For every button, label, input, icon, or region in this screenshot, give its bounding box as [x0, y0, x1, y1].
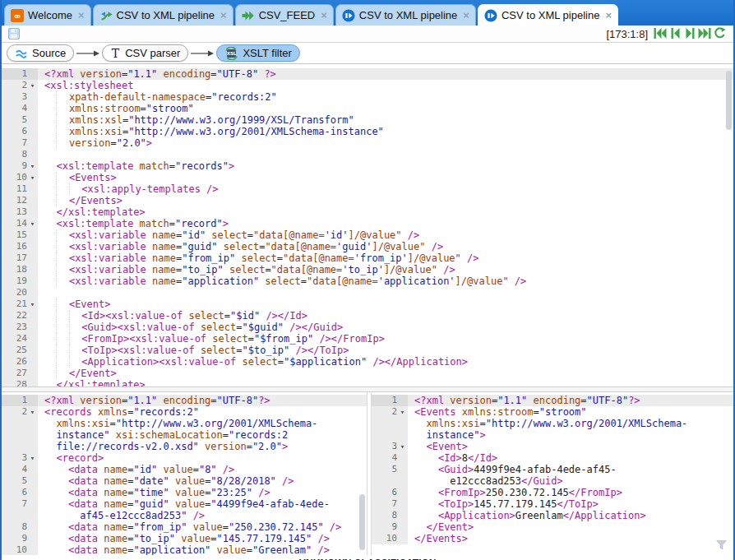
gutter-line-number[interactable]: 10▾: [2, 172, 38, 183]
xslt-code-editor[interactable]: 1<?xml version="1.1" encoding="UTF-8" ?>…: [2, 64, 733, 386]
code-text[interactable]: <FromIp>250.230.72.145</FromIp>: [408, 487, 725, 498]
code-line[interactable]: 7<data name="guid" value="4499f9e4-afab-…: [2, 498, 367, 521]
code-text[interactable]: <Event>: [38, 299, 733, 310]
code-line[interactable]: 2▾<xsl:stylesheet: [2, 80, 733, 91]
gutter-line-number[interactable]: 7: [372, 498, 408, 510]
gutter-line-number[interactable]: 5: [2, 114, 38, 126]
code-line[interactable]: 3▾<record>: [2, 452, 367, 464]
gutter-line-number[interactable]: 9▾: [2, 160, 38, 172]
gutter-line-number[interactable]: 28: [2, 379, 38, 386]
code-text[interactable]: <xsl:variable name="application" select=…: [38, 275, 733, 287]
code-line[interactable]: 9<data name="to_ip" value="145.77.179.14…: [2, 533, 367, 544]
code-line[interactable]: 10</Events>: [372, 533, 733, 544]
code-text[interactable]: </Event>: [38, 368, 733, 379]
tab-csv-feed[interactable]: CSV_FEED×: [235, 4, 334, 25]
pipeline-element-csv-parser[interactable]: TCSV parser: [102, 44, 188, 62]
fold-toggle-icon[interactable]: ▾: [27, 172, 38, 183]
step-backward-button[interactable]: [668, 26, 682, 41]
code-text[interactable]: <ToIp><xsl:value-of select="$to_ip" /></…: [38, 345, 733, 356]
tab-close-icon[interactable]: ×: [220, 10, 227, 21]
code-text[interactable]: <record>: [38, 452, 345, 464]
save-button[interactable]: [8, 27, 21, 40]
code-line[interactable]: 7<ToIp>145.77.179.145</ToIp>: [372, 498, 733, 510]
code-line[interactable]: 3 xpath-default-namespace="records:2": [2, 91, 733, 103]
code-text[interactable]: <data name="application" value="Greenlam…: [38, 544, 345, 555]
step-first-button[interactable]: [653, 26, 668, 41]
code-line[interactable]: 8<Application>Greenlam</Application>: [372, 510, 733, 521]
code-text[interactable]: [38, 149, 733, 160]
gutter-line-number[interactable]: 6: [372, 487, 408, 498]
scrollbar-thumb[interactable]: [726, 71, 732, 130]
gutter-line-number[interactable]: 7: [2, 498, 38, 521]
code-line[interactable]: 1<?xml version="1.1" encoding="UTF-8"?>: [372, 395, 733, 406]
code-text[interactable]: <data name="to_ip" value="145.77.179.145…: [38, 533, 345, 544]
gutter-line-number[interactable]: 6: [2, 487, 38, 498]
gutter-line-number[interactable]: 4: [372, 452, 408, 464]
gutter-line-number[interactable]: 22: [2, 310, 38, 322]
code-text[interactable]: <data name="id" value="8" />: [38, 464, 345, 475]
code-text[interactable]: xpath-default-namespace="records:2": [38, 91, 733, 103]
gutter-line-number[interactable]: 18: [2, 264, 38, 275]
code-line[interactable]: 22 <Id><xsl:value-of select="$id" /></Id…: [2, 310, 733, 322]
gutter-line-number[interactable]: 21▾: [2, 299, 38, 310]
input-data-pane[interactable]: 1<?xml version="1.1" encoding="UTF-8"?>2…: [2, 392, 367, 555]
code-line[interactable]: 5 xmlns:xsl="http://www.w3.org/1999/XSL/…: [2, 114, 733, 126]
code-text[interactable]: <data name="date" value="8/28/2018" />: [38, 475, 345, 487]
code-text[interactable]: <Application>Greenlam</Application>: [408, 510, 725, 521]
code-line[interactable]: 10▾ <Events>: [2, 172, 733, 183]
code-text[interactable]: <data name="time" value="23:25" />: [38, 487, 345, 498]
code-text[interactable]: <Id>8</Id>: [408, 452, 725, 464]
code-line[interactable]: 17 <xsl:variable name="from_ip" select="…: [2, 252, 733, 264]
code-line[interactable]: 15 <xsl:variable name="id" select="data[…: [2, 229, 733, 241]
code-line[interactable]: 27 </Event>: [2, 368, 733, 379]
pipeline-element-source[interactable]: Source: [7, 44, 74, 62]
gutter-line-number[interactable]: 15: [2, 229, 38, 241]
code-text[interactable]: <xsl:variable name="to_ip" select="data[…: [38, 264, 733, 275]
gutter-line-number[interactable]: 10: [372, 533, 408, 544]
fold-toggle-icon[interactable]: ▾: [27, 452, 38, 464]
code-line[interactable]: 6<FromIp>250.230.72.145</FromIp>: [372, 487, 733, 498]
code-line[interactable]: 4 xmlns:stroom="stroom": [2, 103, 733, 114]
code-line[interactable]: 5<Guid>4499f9e4-afab-4ede-af45-e12ccc8ad…: [372, 464, 733, 487]
refresh-button[interactable]: [712, 25, 727, 40]
code-line[interactable]: 8<data name="from_ip" value="250.230.72.…: [2, 521, 367, 533]
code-line[interactable]: 9▾ <xsl:template match="records">: [2, 160, 733, 172]
code-text[interactable]: <records xmlns="records:2" xmlns:xsi="ht…: [38, 406, 345, 452]
code-text[interactable]: <ToIp>145.77.179.145</ToIp>: [408, 498, 725, 510]
horizontal-splitter[interactable]: [2, 386, 733, 392]
fold-toggle-icon[interactable]: ▾: [27, 160, 38, 172]
gutter-line-number[interactable]: 10: [2, 544, 38, 555]
code-text[interactable]: <xsl:variable name="from_ip" select="dat…: [38, 252, 733, 264]
code-text[interactable]: <xsl:template match="record">: [38, 218, 733, 229]
code-line[interactable]: 7 version="2.0">: [2, 137, 733, 149]
gutter-line-number[interactable]: 27: [2, 368, 38, 379]
gutter-line-number[interactable]: 1: [2, 68, 38, 80]
gutter-line-number[interactable]: 2▾: [372, 406, 408, 441]
code-text[interactable]: <data name="guid" value="4499f9e4-afab-4…: [38, 498, 345, 521]
tab-close-icon[interactable]: ×: [605, 10, 612, 21]
code-line[interactable]: 4<Id>8</Id>: [372, 452, 733, 464]
code-text[interactable]: <Id><xsl:value-of select="$id" /></Id>: [38, 310, 733, 322]
tab-welcome[interactable]: ∞Welcome×: [4, 4, 91, 25]
gutter-line-number[interactable]: 5: [372, 464, 408, 487]
code-line[interactable]: 2▾<Events xmlns:stroom="stroom" xmlns:xs…: [372, 406, 733, 441]
code-line[interactable]: 9</Event>: [372, 521, 733, 533]
gutter-line-number[interactable]: 3▾: [2, 452, 38, 464]
code-line[interactable]: 23 <Guid><xsl:value-of select="$guid" />…: [2, 322, 733, 333]
gutter-line-number[interactable]: 26: [2, 356, 38, 368]
code-text[interactable]: <data name="from_ip" value="250.230.72.1…: [38, 521, 345, 533]
code-text[interactable]: <?xml version="1.1" encoding="UTF-8"?>: [408, 395, 725, 406]
gutter-line-number[interactable]: 20: [2, 287, 38, 299]
code-line[interactable]: 28 </xsl:template>: [2, 379, 733, 386]
gutter-line-number[interactable]: 14▾: [2, 218, 38, 229]
code-text[interactable]: version="2.0">: [38, 137, 733, 149]
code-line[interactable]: 20: [2, 287, 733, 299]
code-text[interactable]: </Events>: [408, 533, 725, 544]
tab-csv-to-xml-pipeline[interactable]: CSV to XML pipeline×: [93, 4, 233, 25]
code-line[interactable]: 10<data name="application" value="Greenl…: [2, 544, 367, 555]
gutter-line-number[interactable]: 6: [2, 126, 38, 137]
gutter-line-number[interactable]: 8: [2, 149, 38, 160]
code-line[interactable]: 24 <FromIp><xsl:value-of select="$from_i…: [2, 333, 733, 345]
scrollbar-thumb[interactable]: [359, 494, 365, 550]
code-text[interactable]: </Events>: [38, 195, 733, 206]
